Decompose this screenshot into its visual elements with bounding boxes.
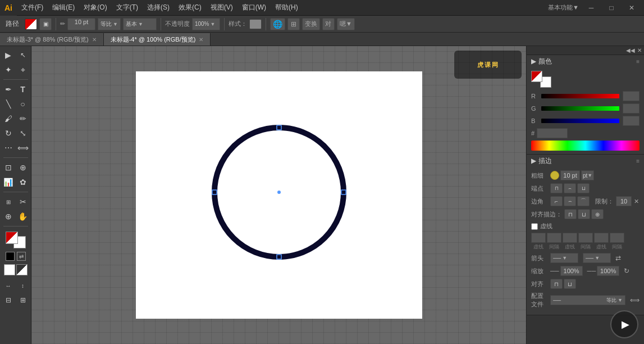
free-transform-tool[interactable]: ⊡ [2, 161, 15, 174]
reflect-vertical-icon[interactable]: ↕ [16, 279, 30, 292]
dash-2-input[interactable] [563, 233, 577, 243]
warp-tool[interactable]: ⋯ [2, 141, 15, 155]
align2-btn2[interactable]: ⊔ [564, 279, 576, 289]
align2-btn1[interactable]: ⊓ [550, 279, 563, 289]
tab-2[interactable]: 未标题-4* @ 100% (RGB/预览) ✕ [104, 33, 211, 46]
corner-miter[interactable]: ⌐ [550, 196, 563, 206]
stroke-shape-btn[interactable]: ▣ [39, 18, 52, 30]
menu-effect[interactable]: 效果(C) [174, 0, 206, 15]
b-slider[interactable] [541, 119, 619, 123]
stroke-type-select[interactable]: 等比 ▼ [98, 18, 121, 30]
puppet-warp-tool[interactable]: ⊕ [16, 161, 30, 174]
hex-input[interactable] [537, 128, 568, 138]
r-slider[interactable] [541, 94, 619, 98]
gradient-swatch[interactable] [16, 264, 28, 275]
screen-mode-btn[interactable]: ⊟ [2, 293, 15, 307]
scale-sync-btn[interactable]: ↻ [624, 267, 629, 275]
swap-colors-icon[interactable]: ⇄ [17, 252, 26, 261]
close-button[interactable]: ✕ [622, 2, 642, 14]
cap-round[interactable]: ⌢ [564, 183, 576, 193]
arrow-swap-btn[interactable]: ⇄ [615, 254, 621, 262]
stroke-color-btn[interactable] [25, 19, 37, 30]
cap-butt[interactable]: ⊓ [550, 183, 563, 193]
scale-end-input[interactable] [597, 266, 619, 276]
b-value[interactable] [623, 116, 640, 126]
grid-icon[interactable]: ⊞ [287, 18, 300, 30]
rotate-tool[interactable]: ↻ [2, 126, 15, 140]
dash-3-input[interactable] [594, 233, 609, 243]
menu-object[interactable]: 对象(O) [79, 0, 111, 15]
pencil-tool[interactable]: ✏ [16, 112, 30, 125]
line-tool[interactable]: ╲ [2, 97, 15, 111]
stroke-width-input[interactable]: 10 pt [67, 18, 95, 30]
pen-tool[interactable]: ✒ [2, 83, 15, 96]
panel-collapse-arrow[interactable]: ◀◀ [626, 47, 635, 53]
symbol-tool[interactable]: ✿ [16, 175, 30, 189]
canvas-area[interactable]: 虎课网 [31, 46, 526, 344]
slice-tool[interactable]: ✂ [16, 195, 30, 209]
graph-tool[interactable]: 📊 [2, 175, 15, 189]
select-tool[interactable]: ▶ [2, 48, 15, 62]
align-inside[interactable]: ⊔ [578, 209, 590, 219]
menu-file[interactable]: 文件(F) [17, 0, 48, 15]
globe-icon[interactable]: 🌐 [270, 18, 285, 30]
ellipse-tool[interactable]: ○ [16, 97, 30, 111]
none-swatch[interactable] [4, 264, 15, 275]
fullscreen-btn[interactable]: ⊞ [16, 293, 30, 307]
dash-1-input[interactable] [531, 233, 546, 243]
tab-1-close[interactable]: ✕ [92, 37, 97, 43]
r-value[interactable] [623, 91, 640, 101]
profile-flip-btn[interactable]: ⟺ [630, 296, 640, 304]
stroke-swatch[interactable] [6, 232, 18, 244]
color-panel-menu[interactable]: ≡ [636, 58, 640, 65]
align-center[interactable]: ⊓ [564, 209, 577, 219]
hand-tool[interactable]: ✋ [16, 210, 30, 223]
color-panel-header[interactable]: ▶ 颜色 ≡ [527, 55, 644, 67]
minimize-button[interactable]: ─ [581, 2, 601, 14]
limit-input[interactable] [616, 196, 632, 206]
gap-3-input[interactable] [610, 233, 624, 243]
weight-indicator[interactable] [550, 171, 559, 180]
play-button[interactable] [610, 310, 638, 338]
tab-2-close[interactable]: ✕ [199, 37, 203, 43]
direct-select-tool[interactable]: ↖ [16, 48, 30, 62]
lasso-tool[interactable]: ⌖ [16, 63, 30, 76]
transform-icon[interactable]: 变换 [302, 18, 320, 30]
align-outside[interactable]: ⊕ [591, 209, 604, 219]
limit-x-btn[interactable]: ✕ [634, 198, 639, 205]
magic-wand-tool[interactable]: ✦ [2, 63, 15, 76]
scale-start-input[interactable] [560, 266, 583, 276]
gap-2-input[interactable] [578, 233, 593, 243]
weight-input[interactable] [560, 170, 580, 180]
arrow-end-select[interactable]: ── ▼ [583, 253, 611, 263]
weight-unit-select[interactable]: pt ▼ [581, 170, 594, 180]
color-fg-swatch[interactable] [531, 71, 542, 82]
g-value[interactable] [623, 103, 640, 114]
menu-select[interactable]: 选择(S) [143, 0, 174, 15]
paintbrush-tool[interactable]: 🖌 [2, 112, 15, 125]
opacity-select[interactable]: 100% ▼ [192, 18, 220, 30]
gap-1-input[interactable] [547, 233, 561, 243]
scale-tool[interactable]: ⤡ [16, 126, 30, 140]
color-spectrum[interactable] [531, 141, 640, 151]
stroke-panel-header[interactable]: ▶ 描边 ≡ [527, 155, 644, 167]
reflect-horizontal-icon[interactable]: ↔ [2, 279, 15, 292]
cap-square[interactable]: ⊔ [577, 183, 590, 193]
dashed-checkbox[interactable] [531, 223, 538, 230]
menu-window[interactable]: 窗口(W) [237, 0, 271, 15]
stroke-style-select[interactable]: 基本 ▼ [123, 18, 157, 30]
default-colors-icon[interactable] [6, 252, 15, 261]
profile-select[interactable]: ── 等比 ▼ [550, 295, 625, 305]
menu-edit[interactable]: 编辑(E) [48, 0, 79, 15]
more-icon[interactable]: 嗯▼ [337, 18, 355, 30]
stroke-panel-menu[interactable]: ≡ [636, 158, 640, 164]
tab-1[interactable]: 未标题-3* @ 88% (RGB/预览) ✕ [0, 33, 104, 46]
g-slider[interactable] [541, 106, 619, 111]
artboard-tool[interactable]: ⊞ [2, 195, 15, 209]
menu-text[interactable]: 文字(T) [112, 0, 143, 15]
menu-view[interactable]: 视图(V) [206, 0, 237, 15]
type-tool[interactable]: T [16, 83, 30, 96]
corner-bevel[interactable]: ⌒ [577, 196, 590, 206]
align-icon[interactable]: 对 [322, 18, 335, 30]
zoom-tool[interactable]: ⊕ [2, 210, 15, 223]
